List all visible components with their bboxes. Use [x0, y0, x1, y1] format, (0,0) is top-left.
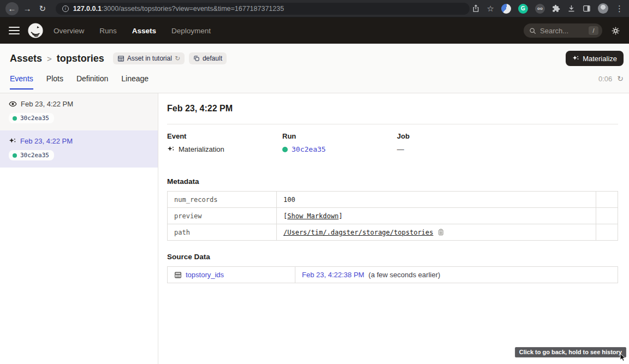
- url-path: :3000/assets/topstories?view=events&time…: [102, 5, 284, 13]
- event-time: Feb 23, 4:22 PM: [21, 100, 73, 108]
- page-title-asset-name: topstories: [57, 53, 104, 64]
- asset-group-tag-label: Asset in tutorial: [127, 55, 172, 62]
- metadata-key: path: [168, 224, 277, 241]
- sparkle-materialization-icon: [9, 138, 16, 145]
- refresh-countdown: 0:06: [598, 75, 612, 83]
- materialize-button[interactable]: Materialize: [566, 51, 624, 66]
- page-header: Assets > topstories Asset in tutorial ↻ …: [0, 44, 629, 93]
- event-list-item-materialization[interactable]: Feb 23, 4:22 PM 30c2ea35: [0, 130, 158, 168]
- metadata-table: num_records 100 preview [Show Markdown] …: [167, 191, 618, 241]
- copy-layers-icon: [193, 55, 200, 62]
- bookmark-star-icon[interactable]: ☆: [487, 4, 494, 13]
- event-list-sidebar: Feb 23, 4:22 PM 30c2ea35 Feb 23, 4:22 PM…: [0, 93, 158, 364]
- nav-item-assets[interactable]: Assets: [132, 27, 156, 35]
- breadcrumb-assets-link[interactable]: Assets: [10, 53, 42, 64]
- event-detail-title: Feb 23, 4:22 PM: [167, 104, 618, 114]
- upstream-asset-link[interactable]: topstory_ids: [186, 271, 224, 279]
- table-grid-icon: [174, 271, 182, 279]
- source-data-section-title: Source Data: [167, 253, 618, 261]
- metadata-value: [Show Markdown]: [277, 208, 596, 224]
- metadata-key: preview: [168, 208, 277, 224]
- metadata-section-title: Metadata: [167, 177, 618, 186]
- repo-default-tag-label: default: [203, 55, 222, 62]
- run-id-pill[interactable]: 30c2ea35: [9, 150, 54, 160]
- side-panel-icon[interactable]: [583, 4, 591, 13]
- metadata-key: num_records: [168, 192, 277, 208]
- event-time: Feb 23, 4:22 PM: [20, 137, 73, 145]
- source-data-table: topstory_ids Feb 23, 4:22:38 PM (a few s…: [167, 266, 618, 283]
- path-link[interactable]: /Users/tim/.dagster/storage/topstories: [283, 229, 434, 236]
- materialize-button-label: Materialize: [583, 55, 617, 63]
- mouse-cursor: [619, 353, 627, 364]
- search-placeholder: Search...: [540, 27, 585, 35]
- run-status-dot: [13, 153, 17, 158]
- nav-item-runs[interactable]: Runs: [99, 27, 117, 35]
- back-icon: ←: [8, 4, 16, 13]
- event-type-value: Materialization: [179, 145, 224, 153]
- table-row: path /Users/tim/.dagster/storage/topstor…: [168, 224, 618, 241]
- sparkle-icon: [572, 55, 579, 62]
- tag-refresh-icon[interactable]: ↻: [175, 55, 180, 62]
- address-bar[interactable]: i 127.0.0.1:3000/assets/topstories?view=…: [56, 3, 470, 15]
- url-text: 127.0.0.1:3000/assets/topstories?view=ev…: [73, 5, 284, 13]
- search-input[interactable]: Search... /: [524, 23, 602, 38]
- browser-forward-button[interactable]: →: [21, 2, 34, 15]
- tab-events[interactable]: Events: [10, 74, 33, 89]
- nav-item-overview[interactable]: Overview: [54, 27, 84, 35]
- settings-gear-icon[interactable]: [611, 26, 620, 35]
- search-icon: [529, 27, 536, 34]
- show-markdown-link[interactable]: Show Markdown: [287, 212, 339, 220]
- browser-profile-avatar[interactable]: [598, 3, 608, 14]
- run-id-label: 30c2ea35: [20, 152, 49, 159]
- hamburger-menu-icon[interactable]: [9, 27, 20, 34]
- source-time-note: (a few seconds earlier): [369, 271, 441, 279]
- browser-chrome: ← → ↻ i 127.0.0.1:3000/assets/topstories…: [0, 0, 629, 17]
- browser-reload-button[interactable]: ↻: [36, 2, 49, 15]
- clipboard-copy-icon[interactable]: [437, 229, 444, 236]
- sparkle-materialization-icon: [167, 146, 175, 153]
- run-status-dot: [13, 116, 17, 121]
- forward-icon: →: [23, 4, 31, 13]
- site-info-icon[interactable]: i: [62, 5, 69, 12]
- job-value: —: [397, 145, 618, 153]
- grammarly-extension-icon[interactable]: G: [518, 4, 528, 14]
- tab-lineage[interactable]: Lineage: [121, 74, 149, 89]
- bracket-close: ]: [339, 212, 342, 220]
- metadata-value: /Users/tim/.dagster/storage/topstories: [277, 224, 596, 241]
- run-column-label: Run: [282, 132, 397, 140]
- run-id-pill[interactable]: 30c2ea35: [9, 113, 54, 123]
- back-history-tooltip: Click to go back, hold to see history: [515, 347, 626, 357]
- event-detail-panel: Feb 23, 4:22 PM Event Materialization Ru…: [158, 93, 629, 364]
- table-grid-icon: [117, 55, 124, 62]
- tab-plots[interactable]: Plots: [46, 74, 63, 89]
- extensions-puzzle-icon[interactable]: [552, 4, 560, 13]
- refresh-icon[interactable]: ↻: [617, 74, 624, 83]
- eye-observation-icon: [9, 100, 17, 108]
- metadata-value: 100: [277, 192, 596, 208]
- event-list-item-observation[interactable]: Feb 23, 4:22 PM 30c2ea35: [0, 93, 158, 130]
- tab-definition[interactable]: Definition: [76, 74, 108, 89]
- nav-item-deployment[interactable]: Deployment: [171, 27, 211, 35]
- extension-blue-icon[interactable]: [501, 4, 511, 14]
- app-nav: Overview Runs Assets Deployment Search..…: [0, 17, 629, 44]
- table-row: topstory_ids Feb 23, 4:22:38 PM (a few s…: [168, 267, 618, 283]
- event-column-label: Event: [167, 132, 282, 140]
- dagster-logo[interactable]: [27, 22, 54, 39]
- asset-group-tag[interactable]: Asset in tutorial ↻: [113, 52, 185, 64]
- job-column-label: Job: [397, 132, 618, 140]
- run-id-link[interactable]: 30c2ea35: [292, 145, 326, 153]
- run-id-label: 30c2ea35: [20, 115, 49, 122]
- downloads-icon[interactable]: [567, 4, 575, 13]
- table-row: num_records 100: [168, 192, 618, 208]
- share-icon[interactable]: [472, 4, 480, 13]
- table-row: preview [Show Markdown]: [168, 208, 618, 224]
- incognito-extension-icon[interactable]: oo: [535, 4, 545, 14]
- breadcrumb-separator: >: [47, 54, 52, 63]
- browser-menu-icon[interactable]: ⋮: [615, 4, 624, 13]
- source-materialization-time-link[interactable]: Feb 23, 4:22:38 PM: [302, 271, 364, 279]
- run-status-dot: [282, 147, 288, 152]
- reload-icon: ↻: [39, 4, 46, 13]
- browser-back-button[interactable]: ←: [5, 2, 19, 15]
- url-host: 127.0.0.1: [73, 5, 102, 13]
- repo-default-tag[interactable]: default: [189, 52, 227, 64]
